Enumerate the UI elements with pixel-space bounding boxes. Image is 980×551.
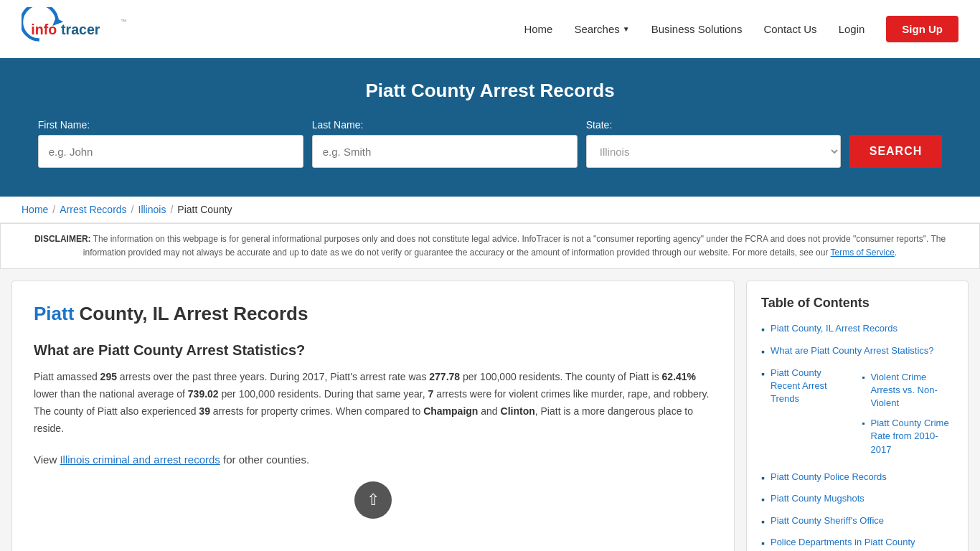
arrest-rate: 277.78: [429, 371, 460, 382]
first-name-group: First Name:: [38, 119, 303, 168]
toc-link-5[interactable]: Piatt County Mugshots: [771, 492, 864, 505]
chevron-down-icon: ▼: [623, 25, 630, 33]
hero-title: Piatt County Arrest Records: [14, 80, 966, 102]
search-button[interactable]: SEARCH: [849, 135, 943, 168]
chevron-up-icon: ⇧: [367, 491, 380, 509]
toc-list: Piatt County, IL Arrest Records What are…: [761, 322, 953, 551]
toc-link-6[interactable]: Piatt County Sheriff's Office: [771, 514, 884, 527]
breadcrumb-arrest-records[interactable]: Arrest Records: [60, 204, 126, 215]
toc-item-7: Police Departments in Piatt County: [761, 536, 953, 551]
state-group: State: Illinois Alabama Alaska Arizona C…: [586, 119, 841, 168]
toc-link-1[interactable]: Piatt County, IL Arrest Records: [771, 322, 897, 335]
toc-title: Table of Contents: [761, 296, 953, 311]
toc-item-6: Piatt County Sheriff's Office: [761, 514, 953, 529]
toc-item-3: Piatt County Recent Arrest Trends Violen…: [761, 367, 953, 463]
first-name-input[interactable]: [38, 135, 303, 168]
state-label: State:: [586, 119, 613, 131]
article-body-1: Piatt amassed 295 arrests over the past …: [34, 369, 712, 437]
toc-item-2: What are Piatt County Arrest Statistics?: [761, 344, 953, 359]
nav-home[interactable]: Home: [524, 23, 552, 35]
illinois-records-link[interactable]: Illinois criminal and arrest records: [60, 453, 220, 466]
breadcrumb-sep-3: /: [170, 204, 173, 215]
disclaimer-bar: DISCLAIMER: The information on this webp…: [0, 223, 980, 269]
sidebar: Table of Contents Piatt County, IL Arres…: [746, 281, 969, 551]
nav-contact-us[interactable]: Contact Us: [763, 23, 816, 35]
last-name-group: Last Name:: [312, 119, 578, 168]
hero-banner: Piatt County Arrest Records First Name: …: [0, 58, 980, 197]
first-name-label: First Name:: [38, 119, 90, 131]
breadcrumb-sep-2: /: [131, 204, 134, 215]
toc-sub-link-3a[interactable]: Violent Crime Arrests vs. Non-Violent: [871, 371, 953, 410]
svg-text:info: info: [31, 22, 57, 37]
nav-business-solutions[interactable]: Business Solutions: [651, 23, 743, 35]
view-line: View Illinois criminal and arrest record…: [34, 451, 712, 469]
svg-text:tracer: tracer: [61, 22, 100, 37]
breadcrumb-bar: Home / Arrest Records / Illinois / Piatt…: [0, 197, 980, 223]
logo[interactable]: info tracer ™: [22, 7, 136, 50]
section1-title: What are Piatt County Arrest Statistics?: [34, 342, 712, 359]
title-rest: County, IL Arrest Records: [74, 303, 308, 324]
nav-login[interactable]: Login: [839, 23, 865, 35]
last-name-input[interactable]: [312, 135, 578, 168]
main-article: Piatt County, IL Arrest Records What are…: [11, 281, 735, 551]
main-nav: Home Searches ▼ Business Solutions Conta…: [524, 16, 958, 42]
nav-signup[interactable]: Sign Up: [886, 16, 958, 42]
terms-of-service-link[interactable]: Terms of Service: [831, 248, 895, 258]
title-highlight: Piatt: [34, 303, 74, 324]
svg-text:™: ™: [121, 18, 127, 25]
search-form: First Name: Last Name: State: Illinois A…: [14, 119, 966, 168]
scroll-top-area: ⇧: [34, 481, 712, 519]
content-area: Piatt County, IL Arrest Records What are…: [0, 269, 980, 551]
scroll-top-button[interactable]: ⇧: [354, 481, 392, 519]
disclaimer-label: DISCLAIMER:: [34, 234, 91, 244]
toc-sublist-3: Violent Crime Arrests vs. Non-Violent Pi…: [849, 371, 953, 463]
property-num: 39: [199, 405, 210, 417]
article-main-title: Piatt County, IL Arrest Records: [34, 303, 712, 325]
toc-box: Table of Contents Piatt County, IL Arres…: [746, 281, 969, 551]
toc-link-7[interactable]: Police Departments in Piatt County: [771, 536, 915, 549]
lower-pct: 62.41%: [662, 371, 696, 382]
breadcrumb: Home / Arrest Records / Illinois / Piatt…: [22, 204, 958, 215]
toc-item-1: Piatt County, IL Arrest Records: [761, 322, 953, 337]
toc-sub-item-3a: Violent Crime Arrests vs. Non-Violent: [862, 371, 953, 410]
site-header: info tracer ™ Home Searches ▼ Business S…: [0, 0, 980, 58]
breadcrumb-illinois[interactable]: Illinois: [138, 204, 166, 215]
state-select[interactable]: Illinois Alabama Alaska Arizona Californ…: [586, 135, 841, 168]
breadcrumb-sep-1: /: [52, 204, 55, 215]
national-avg: 739.02: [188, 388, 219, 400]
toc-link-3[interactable]: Piatt County Recent Arrest Trends: [771, 367, 843, 406]
nav-searches[interactable]: Searches ▼: [574, 23, 629, 35]
toc-item-4: Piatt County Police Records: [761, 471, 953, 486]
breadcrumb-current: Piatt County: [177, 204, 232, 215]
arrests-count: 295: [100, 371, 117, 382]
toc-item-5: Piatt County Mugshots: [761, 492, 953, 507]
disclaimer-text: DISCLAIMER: The information on this webp…: [34, 234, 946, 258]
city2: Clinton: [501, 405, 535, 417]
toc-link-4[interactable]: Piatt County Police Records: [771, 471, 887, 484]
toc-sub-link-3b[interactable]: Piatt County Crime Rate from 2010-2017: [871, 417, 953, 456]
toc-sub-item-3b: Piatt County Crime Rate from 2010-2017: [862, 417, 953, 456]
last-name-label: Last Name:: [312, 119, 364, 131]
city1: Champaign: [423, 405, 478, 417]
violent-num: 7: [428, 388, 433, 400]
toc-link-2[interactable]: What are Piatt County Arrest Statistics?: [771, 344, 934, 357]
breadcrumb-home[interactable]: Home: [22, 204, 48, 215]
